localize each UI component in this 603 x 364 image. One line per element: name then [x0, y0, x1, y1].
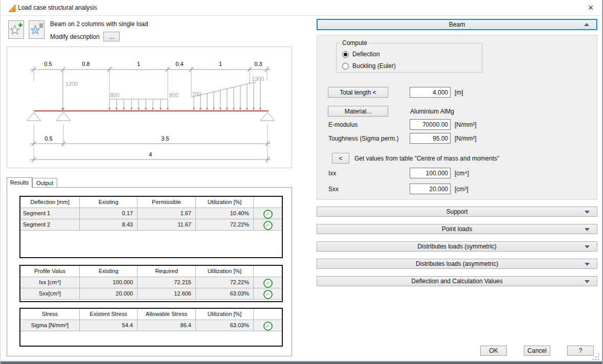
help-button[interactable]: ? — [567, 346, 594, 356]
total-length-unit: [m] — [455, 89, 463, 96]
total-length-input[interactable] — [410, 87, 451, 98]
cell: Ixx [cm⁴] — [20, 277, 80, 288]
beam-diagram: 0.5 0.8 1 0.4 1 0.3 1200 — [7, 47, 292, 168]
ok-button[interactable]: OK — [480, 346, 507, 356]
close-button[interactable]: × — [584, 2, 598, 14]
check-ok-icon — [263, 279, 273, 288]
material-value: Aluminium AlMg — [410, 108, 454, 115]
get-values-button[interactable]: < — [332, 153, 349, 164]
check-ok-icon — [263, 221, 273, 230]
window-bottom-edge — [1, 361, 602, 364]
tri-end-value: 1300 — [252, 76, 264, 82]
check-ok-icon — [263, 322, 273, 331]
section-header-point-loads[interactable]: Point loads — [317, 224, 597, 234]
supports — [27, 112, 275, 121]
e-modulus-unit: [N/mm²] — [455, 121, 477, 128]
cell: 12.606 — [138, 288, 196, 299]
expand-icon — [585, 245, 590, 248]
sxx-label: Sxx — [328, 186, 339, 193]
radio-deflection-label: Deflection — [352, 51, 379, 58]
cell: Sxx[cm³] — [20, 288, 80, 299]
resize-grip-icon[interactable] — [593, 354, 600, 360]
top-dimension-line: 0.5 0.8 1 0.4 1 0.3 — [30, 61, 271, 72]
table-row: Segment 2 8.43 11.67 72.22% — [20, 219, 282, 231]
toughness-label: Toughness (Sigma perm.) — [328, 135, 398, 142]
ixx-unit: [cm⁴] — [455, 170, 469, 177]
close-icon: × — [588, 3, 594, 13]
section-point-loads-label: Point loads — [442, 225, 472, 233]
table-row: Segment 1 0.17 1.67 10.40% — [20, 208, 282, 219]
section-header-distributed-asymmetric[interactable]: Distributes loads (asymmetric) — [317, 259, 597, 269]
cell: 72.215 — [138, 277, 196, 288]
tab-output[interactable]: Output — [32, 178, 57, 187]
cancel-button[interactable]: Cancel — [524, 346, 550, 356]
dim-seg-1: 0.5 — [44, 61, 52, 67]
window-title: Load case structural analysis — [18, 0, 97, 15]
section-header-beam[interactable]: Beam — [317, 19, 597, 30]
e-modulus-input[interactable] — [410, 119, 451, 130]
header-cell: Existing — [80, 266, 138, 277]
cell: 72.22% — [196, 219, 254, 230]
material-button[interactable]: Material... — [328, 106, 388, 117]
dim-left-span: 0.5 — [44, 135, 52, 142]
compute-group-label: Compute — [340, 39, 369, 47]
collapse-icon — [584, 23, 589, 26]
section-beam-label: Beam — [449, 21, 465, 28]
cell: 86.4 — [138, 320, 196, 331]
header-cell: Utilization [%] — [196, 266, 254, 277]
header-cell — [254, 197, 282, 208]
radio-buckling[interactable]: Buckling (Euler) — [342, 62, 396, 70]
favorites-list-button[interactable] — [29, 20, 44, 39]
header-cell: Stress — [20, 309, 80, 320]
udl-left-value: 800 — [110, 92, 119, 98]
modify-description-label: Modify description — [50, 33, 100, 40]
header-cell: Required — [138, 266, 196, 277]
triangular-load: 700 1300 — [191, 76, 264, 110]
header-cell: Profile Valus — [20, 266, 80, 277]
section-support-label: Support — [446, 208, 467, 215]
total-length-button[interactable]: Total length < — [328, 87, 388, 98]
get-values-label: Get values from table "Centre of mass an… — [354, 155, 499, 162]
cell: 54.4 — [80, 320, 138, 331]
udl-right-value: 800 — [169, 92, 178, 98]
tab-results[interactable]: Results — [7, 177, 32, 188]
header-cell: Allowable Stress — [138, 309, 196, 320]
header-cell: Deflection [mm] — [20, 197, 80, 208]
tab-results-label: Results — [10, 179, 29, 186]
table-header-row: Stress Existent Stress Allowable Stress … — [20, 309, 282, 320]
check-ok-icon — [263, 290, 273, 299]
cell: 63.03% — [196, 320, 254, 331]
ixx-label: Ixx — [328, 170, 336, 177]
point-load: 1200 — [61, 71, 78, 111]
section-header-deflection-values[interactable]: Deflection and Calculation Values — [317, 276, 597, 286]
point-load-value: 1200 — [65, 81, 78, 87]
section-header-distributed-symmetric[interactable]: Distributes loads (symmetric) — [317, 241, 597, 252]
cell: 1.67 — [138, 208, 196, 219]
header-cell: Existing — [80, 197, 138, 208]
table-row: Sigma [N/mm²] 54.4 86.4 63.03% — [20, 320, 282, 331]
table-header-row: Deflection [mm] Existing Permissible Uti… — [20, 197, 282, 208]
dim-seg-2: 0.8 — [82, 61, 90, 67]
cell: Segment 2 — [20, 219, 80, 230]
beam-diagram-canvas: 0.5 0.8 1 0.4 1 0.3 1200 — [7, 47, 292, 168]
add-favorite-button[interactable] — [8, 20, 24, 39]
cell: 8.43 — [80, 219, 138, 230]
toughness-input[interactable] — [410, 133, 451, 144]
section-distributed-asymmetric-label: Distributes loads (asymmetric) — [416, 260, 498, 267]
table-row: Sxx[cm³] 20.000 12.606 63.03% — [20, 288, 282, 300]
modify-description-button[interactable]: ... — [103, 32, 120, 41]
load-case-description: Beam on 2 columns with single load — [50, 20, 148, 28]
tab-output-label: Output — [36, 180, 53, 186]
stress-table: Stress Existent Stress Allowable Stress … — [19, 308, 283, 347]
dim-total-span: 4 — [149, 151, 152, 157]
dim-seg-3: 1 — [137, 61, 140, 67]
expand-icon — [585, 228, 590, 231]
radio-buckling-label: Buckling (Euler) — [352, 62, 396, 70]
sxx-input[interactable] — [410, 184, 451, 194]
profile-values-table: Profile Valus Existing Required Utilizat… — [19, 265, 283, 302]
radio-deflection[interactable]: Deflection — [342, 50, 379, 58]
ixx-input[interactable] — [410, 168, 451, 178]
star-list-icon — [30, 22, 43, 37]
section-header-support[interactable]: Support — [317, 207, 597, 217]
udl-load: 800 800 — [108, 92, 179, 110]
